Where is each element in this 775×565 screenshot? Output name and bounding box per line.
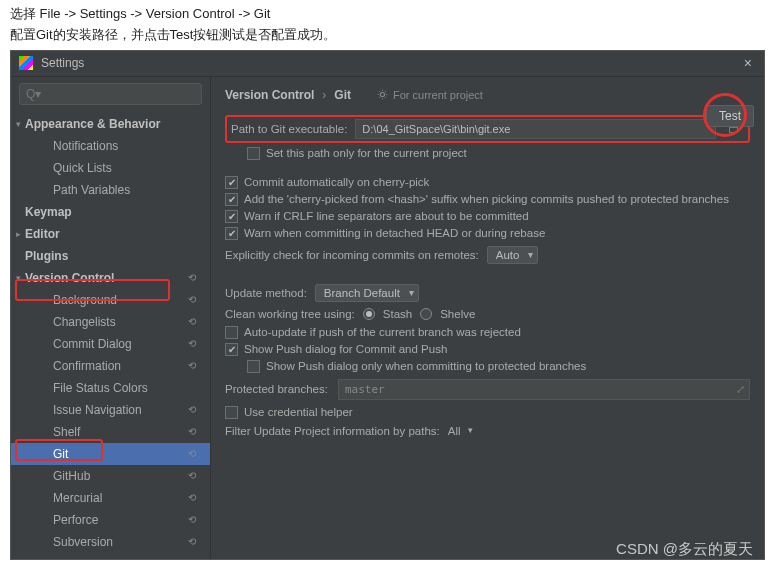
sidebar-item-notifications[interactable]: Notifications [11,135,210,157]
breadcrumb-separator: › [322,88,326,102]
update-method-label: Update method: [225,287,307,299]
arrow-icon: ▾ [11,119,25,129]
sidebar-item-commit-dialog[interactable]: Commit Dialog⟲ [11,333,210,355]
git-path-row: Path to Git executable: 🗀 [225,115,750,143]
reset-icon[interactable]: ⟲ [188,558,202,559]
sidebar-item-perforce[interactable]: Perforce⟲ [11,509,210,531]
sidebar-item-label: Project: testproject [25,557,188,559]
sidebar-item-label: Background [25,293,188,307]
sidebar-item-label: GitHub [25,469,188,483]
explicit-check-combo[interactable]: Auto [487,246,539,264]
cb-show-push[interactable] [225,343,238,356]
sidebar-item-background[interactable]: Background⟲ [11,289,210,311]
sidebar-item-label: Path Variables [25,183,202,197]
cb-add-suffix[interactable] [225,193,238,206]
sidebar-item-path-variables[interactable]: Path Variables [11,179,210,201]
sidebar-item-editor[interactable]: ▸Editor [11,223,210,245]
breadcrumb-current: Git [334,88,351,102]
sidebar-item-label: Changelists [25,315,188,329]
sidebar-item-git[interactable]: Git⟲ [11,443,210,465]
window-title: Settings [41,56,740,70]
explicit-check-label: Explicitly check for incoming commits on… [225,249,479,261]
reset-icon[interactable]: ⟲ [188,514,202,525]
sidebar-item-version-control[interactable]: ▾Version Control⟲ [11,267,210,289]
sidebar-item-project-testproject[interactable]: ▸Project: testproject⟲ [11,553,210,559]
reset-icon[interactable]: ⟲ [188,294,202,305]
cb-auto-update[interactable] [225,326,238,339]
sidebar-item-label: Version Control [25,271,188,285]
update-method-combo[interactable]: Branch Default [315,284,419,302]
sidebar-item-label: Issue Navigation [25,403,188,417]
sidebar-item-keymap[interactable]: Keymap [11,201,210,223]
sidebar-item-label: Keymap [25,205,202,219]
sidebar-item-label: Appearance & Behavior [25,117,202,131]
reset-icon[interactable]: ⟲ [188,448,202,459]
sidebar-item-github[interactable]: GitHub⟲ [11,465,210,487]
cb-credential-helper[interactable] [225,406,238,419]
sidebar-item-label: Quick Lists [25,161,202,175]
gear-icon [377,89,388,100]
cb-warn-crlf[interactable] [225,210,238,223]
close-button[interactable]: × [740,55,756,71]
instruction-line-1: 选择 File -> Settings -> Version Control -… [10,4,765,25]
settings-window: Settings × ▾Appearance & BehaviorNotific… [10,50,765,560]
expand-icon[interactable]: ⤢ [736,383,745,396]
protected-branches-input[interactable]: master ⤢ [338,379,750,400]
sidebar-item-appearance-behavior[interactable]: ▾Appearance & Behavior [11,113,210,135]
clean-tree-label: Clean working tree using: [225,308,355,320]
cb-commit-auto[interactable] [225,176,238,189]
reset-icon[interactable]: ⟲ [188,426,202,437]
sidebar-item-label: Notifications [25,139,202,153]
sidebar-item-label: Perforce [25,513,188,527]
main-panel: Version Control › Git For current projec… [211,77,764,559]
sidebar-item-label: Mercurial [25,491,188,505]
cb-warn-detached[interactable] [225,227,238,240]
sidebar-item-label: Plugins [25,249,202,263]
search-input[interactable] [19,83,202,105]
instruction-line-2: 配置Git的安装路径，并点击Test按钮测试是否配置成功。 [10,25,765,46]
titlebar: Settings × [11,51,764,77]
sidebar: ▾Appearance & BehaviorNotificationsQuick… [11,77,211,559]
test-button[interactable]: Test [706,105,754,127]
protected-branches-label: Protected branches: [225,383,328,395]
sidebar-item-plugins[interactable]: Plugins [11,245,210,267]
reset-icon[interactable]: ⟲ [188,316,202,327]
sidebar-item-label: Shelf [25,425,188,439]
breadcrumb-root[interactable]: Version Control [225,88,314,102]
sidebar-item-label: Commit Dialog [25,337,188,351]
settings-tree: ▾Appearance & BehaviorNotificationsQuick… [11,111,210,559]
reset-icon[interactable]: ⟲ [188,404,202,415]
reset-icon[interactable]: ⟲ [188,470,202,481]
arrow-icon: ▸ [11,229,25,239]
scope-label: For current project [377,89,483,101]
sidebar-item-subversion[interactable]: Subversion⟲ [11,531,210,553]
sidebar-item-mercurial[interactable]: Mercurial⟲ [11,487,210,509]
search-box[interactable] [19,83,202,105]
sidebar-item-label: Git [25,447,188,461]
svg-point-0 [380,93,384,97]
cb-show-push-protected[interactable] [247,360,260,373]
sidebar-item-label: Subversion [25,535,188,549]
git-path-input[interactable] [355,119,716,139]
sidebar-item-label: File Status Colors [25,381,202,395]
sidebar-item-shelf[interactable]: Shelf⟲ [11,421,210,443]
arrow-icon: ▾ [11,273,25,283]
sidebar-item-confirmation[interactable]: Confirmation⟲ [11,355,210,377]
sidebar-item-changelists[interactable]: Changelists⟲ [11,311,210,333]
sidebar-item-issue-navigation[interactable]: Issue Navigation⟲ [11,399,210,421]
radio-shelve[interactable] [420,308,432,320]
reset-icon[interactable]: ⟲ [188,360,202,371]
cb-path-current-only[interactable] [247,147,260,160]
filter-paths-combo[interactable]: All ▾ [448,425,473,437]
filter-paths-label: Filter Update Project information by pat… [225,425,440,437]
breadcrumb: Version Control › Git For current projec… [225,85,750,105]
reset-icon[interactable]: ⟲ [188,338,202,349]
sidebar-item-file-status-colors[interactable]: File Status Colors [11,377,210,399]
reset-icon[interactable]: ⟲ [188,492,202,503]
reset-icon[interactable]: ⟲ [188,536,202,547]
sidebar-item-quick-lists[interactable]: Quick Lists [11,157,210,179]
app-icon [19,56,33,70]
radio-stash[interactable] [363,308,375,320]
sidebar-item-label: Editor [25,227,202,241]
reset-icon[interactable]: ⟲ [188,272,202,283]
